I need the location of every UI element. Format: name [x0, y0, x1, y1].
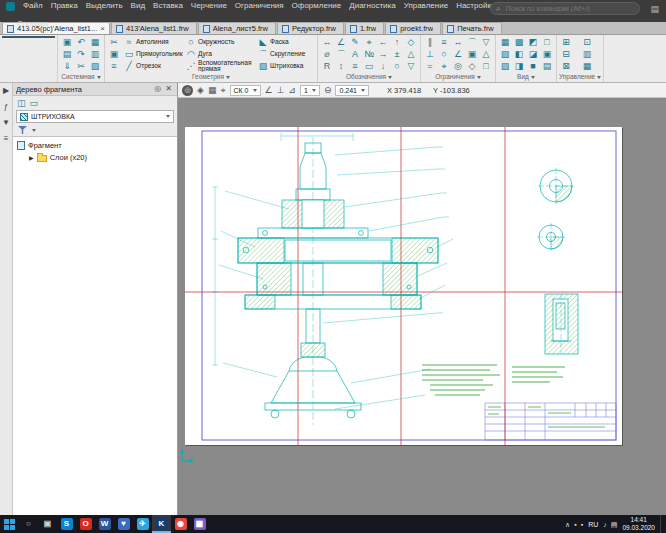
document-tab[interactable]: Редуктор.frw [277, 22, 344, 34]
coordinate-system-combo[interactable]: СК 0 [230, 85, 261, 96]
orbit-icon[interactable]: ◎ [182, 85, 193, 96]
panel-view-icon[interactable]: ▭ [30, 98, 39, 108]
tool-icon[interactable]: ▨ [498, 60, 512, 72]
tool-icon[interactable]: ▽ [479, 36, 493, 48]
group-label[interactable]: Управление [559, 72, 601, 82]
panel-view-icon[interactable]: ◫ [17, 98, 26, 108]
group-label[interactable]: Обозначения [320, 72, 418, 82]
taskbar-app[interactable]: S [57, 515, 76, 533]
tool-icon[interactable]: ✂ [74, 60, 88, 72]
tree-item-layers[interactable]: ▶ Слои (x20) [13, 151, 177, 163]
geometry-tool-button[interactable]: ◠ Дуга [185, 48, 255, 60]
geometry-tool-button[interactable]: ⋰ Вспомогательная прямая [185, 60, 255, 72]
tool-icon[interactable]: ↑ [390, 36, 404, 48]
tool-icon[interactable]: ▧ [498, 48, 512, 60]
strip-tool-icon[interactable]: ≡ [4, 134, 9, 143]
geometry-tool-button[interactable]: ○ Окружность [185, 36, 255, 48]
tool-icon[interactable]: ◨ [512, 60, 526, 72]
tool-icon[interactable]: ✎ [348, 36, 362, 48]
strip-tool-icon[interactable]: ▼ [2, 118, 10, 127]
tool-icon[interactable]: ⊞ [559, 36, 573, 48]
menu-item[interactable]: Диагностика [345, 0, 399, 12]
tool-icon[interactable]: № [362, 48, 376, 60]
tool-icon[interactable]: ▣ [540, 48, 554, 60]
tool-icon[interactable]: ⊠ [559, 60, 573, 72]
geometry-tool-button[interactable]: ◣ Фаска [257, 36, 315, 48]
view-tool-icon[interactable]: ▦ [208, 86, 217, 95]
strip-tool-icon[interactable]: ▶ [3, 86, 9, 95]
tree-item-fragment[interactable]: Фрагмент [13, 139, 177, 151]
geometry-tool-button[interactable]: ≈ Автолиния [123, 36, 183, 48]
tool-icon[interactable]: ▣ [60, 36, 74, 48]
group-label[interactable]: Геометрия [107, 72, 315, 82]
drawing-sheet[interactable] [185, 127, 622, 445]
tool-icon[interactable]: = [423, 60, 437, 72]
menu-item[interactable]: Управление [400, 0, 452, 12]
tool-icon[interactable]: ▥ [580, 48, 594, 60]
tool-icon[interactable]: ⌖ [362, 36, 376, 48]
tool-icon[interactable]: ∠ [451, 48, 465, 60]
taskbar-app[interactable]: ◉ [171, 515, 190, 533]
tool-icon[interactable]: ∥ [423, 36, 437, 48]
tool-icon[interactable]: ⊥ [423, 48, 437, 60]
menu-item[interactable]: Оформление [288, 0, 346, 12]
show-desktop-button[interactable] [660, 515, 664, 533]
tool-icon[interactable]: ▣ [465, 48, 479, 60]
document-tab[interactable]: 1.frw [345, 22, 384, 34]
tool-icon[interactable]: ≡ [348, 60, 362, 72]
menu-item[interactable]: Вставка [149, 0, 187, 12]
window-menu-icon[interactable]: ▤ [650, 4, 659, 14]
menu-item[interactable]: Ограничения [231, 0, 288, 12]
tool-icon[interactable]: △ [479, 48, 493, 60]
tool-icon[interactable]: △ [404, 48, 418, 60]
geometry-tool-button[interactable]: ▨ Штриховка [257, 60, 315, 72]
tool-icon[interactable]: ✂ [107, 36, 121, 48]
group-label[interactable]: Вид [498, 72, 554, 82]
tool-icon[interactable]: ⊡ [580, 36, 594, 48]
zoom-icon[interactable]: ⊖ [324, 86, 332, 95]
tray-icon[interactable]: ▪ [574, 521, 576, 528]
geometry-tool-button[interactable]: ⌒ Скругление [257, 48, 315, 60]
hatch-style-combo[interactable]: ШТРИХОВКА [16, 110, 174, 123]
tool-icon[interactable]: □ [479, 60, 493, 72]
language-indicator[interactable]: RU [588, 521, 598, 528]
chevron-down-icon[interactable] [32, 129, 36, 132]
tool-icon[interactable]: ← [376, 36, 390, 48]
taskbar-app[interactable]: ○ [19, 515, 38, 533]
zoom-scale-combo[interactable]: 0.241 [335, 85, 369, 96]
menu-item[interactable]: Правка [47, 0, 82, 12]
tool-icon[interactable]: ▧ [88, 60, 102, 72]
strip-tool-icon[interactable]: ƒ [4, 102, 8, 111]
document-tab[interactable]: proekt.frw [385, 22, 441, 34]
tool-icon[interactable]: ◇ [465, 60, 479, 72]
tool-icon[interactable]: → [376, 48, 390, 60]
tray-icon[interactable]: ∧ [565, 521, 570, 528]
group-label[interactable]: Системная [60, 72, 102, 82]
group-label[interactable]: Ограничения [423, 72, 493, 82]
snap-icon[interactable]: ∠ [265, 86, 273, 95]
tool-icon[interactable]: ▩ [512, 36, 526, 48]
close-icon[interactable]: ✕ [163, 85, 174, 93]
tool-icon[interactable]: ≡ [107, 60, 121, 72]
tool-icon[interactable]: ↶ [74, 36, 88, 48]
tool-icon[interactable]: ○ [390, 60, 404, 72]
filter-icon[interactable] [18, 126, 27, 134]
snap-icon[interactable]: ⊥ [277, 86, 285, 95]
tool-icon[interactable]: □ [540, 36, 554, 48]
tool-icon[interactable]: ≡ [437, 36, 451, 48]
drawing-canvas[interactable] [178, 98, 666, 515]
document-tab[interactable]: Alena_лист5.frw [198, 22, 276, 34]
tool-icon[interactable]: ▦ [498, 36, 512, 48]
tool-icon[interactable]: ⇓ [60, 60, 74, 72]
menu-item[interactable]: Файл [19, 0, 47, 12]
toolset-mode-button[interactable] [2, 39, 55, 41]
view-tool-icon[interactable]: ◈ [197, 86, 204, 95]
menu-item-help[interactable]: Справка [0, 19, 52, 29]
command-search[interactable]: ⌕ [490, 2, 640, 15]
start-button[interactable] [0, 515, 19, 533]
tray-icon[interactable]: ▪ [581, 521, 583, 528]
tool-icon[interactable]: ◩ [526, 36, 540, 48]
tool-icon[interactable]: ▽ [404, 60, 418, 72]
document-tab[interactable]: 413'Alena_list1.frw [111, 22, 197, 34]
tool-icon[interactable]: R [320, 60, 334, 72]
